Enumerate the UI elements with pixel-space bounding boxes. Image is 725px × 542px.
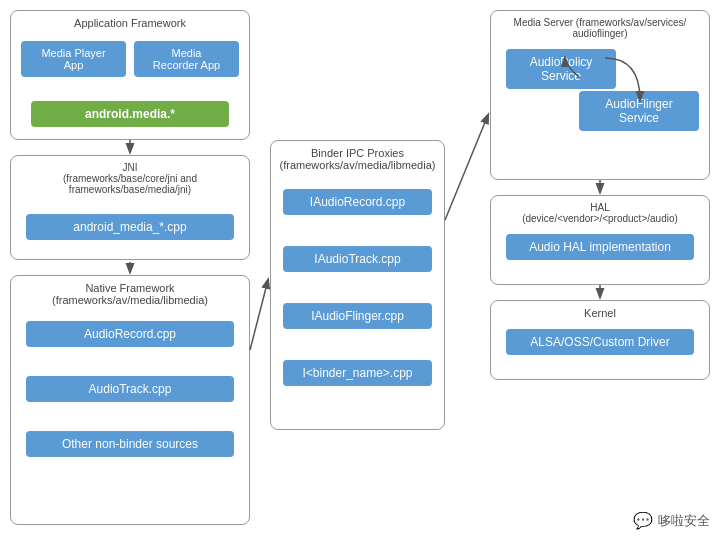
hal-box: HAL (device/<vendor>/<product>/audio) Au…: [490, 195, 710, 285]
audio-record-cpp-btn: AudioRecord.cpp: [26, 321, 234, 347]
android-media-cpp-btn: android_media_*.cpp: [26, 214, 234, 240]
native-framework-label: Native Framework (frameworks/av/media/li…: [11, 282, 249, 306]
media-player-btn: Media Player App: [21, 41, 126, 77]
media-server-box: Media Server (frameworks/av/services/ au…: [490, 10, 710, 180]
ibinder-name-btn: I<binder_name>.cpp: [283, 360, 432, 386]
media-server-label: Media Server (frameworks/av/services/ au…: [491, 17, 709, 39]
svg-line-2: [250, 280, 268, 350]
kernel-label: Kernel: [491, 307, 709, 319]
audio-hal-btn: Audio HAL implementation: [506, 234, 694, 260]
svg-line-3: [445, 115, 488, 220]
watermark: 💬 哆啦安全: [633, 511, 710, 530]
diagram-container: Application Framework Media Player App M…: [0, 0, 725, 542]
media-recorder-btn: Media Recorder App: [134, 41, 239, 77]
audiopolicy-service-btn: AudioPolicy Service: [506, 49, 616, 89]
native-framework-box: Native Framework (frameworks/av/media/li…: [10, 275, 250, 525]
iaudio-track-btn: IAudioTrack.cpp: [283, 246, 432, 272]
iaudio-record-btn: IAudioRecord.cpp: [283, 189, 432, 215]
other-non-binder-btn: Other non-binder sources: [26, 431, 234, 457]
audioflinger-service-btn: AudioFlinger Service: [579, 91, 699, 131]
wechat-icon: 💬: [633, 511, 653, 530]
android-media-btn: android.media.*: [31, 101, 229, 127]
alsa-driver-btn: ALSA/OSS/Custom Driver: [506, 329, 694, 355]
watermark-text: 哆啦安全: [658, 512, 710, 530]
binder-ipc-label: Binder IPC Proxies (frameworks/av/media/…: [271, 147, 444, 171]
kernel-box: Kernel ALSA/OSS/Custom Driver: [490, 300, 710, 380]
binder-ipc-box: Binder IPC Proxies (frameworks/av/media/…: [270, 140, 445, 430]
jni-box: JNI (frameworks/base/core/jni and framew…: [10, 155, 250, 260]
app-buttons-row: Media Player App Media Recorder App: [21, 41, 239, 77]
jni-label: JNI (frameworks/base/core/jni and framew…: [11, 162, 249, 195]
hal-label: HAL (device/<vendor>/<product>/audio): [491, 202, 709, 224]
app-framework-label: Application Framework: [11, 17, 249, 29]
app-framework-box: Application Framework Media Player App M…: [10, 10, 250, 140]
audio-track-cpp-btn: AudioTrack.cpp: [26, 376, 234, 402]
iaudio-flinger-btn: IAudioFlinger.cpp: [283, 303, 432, 329]
